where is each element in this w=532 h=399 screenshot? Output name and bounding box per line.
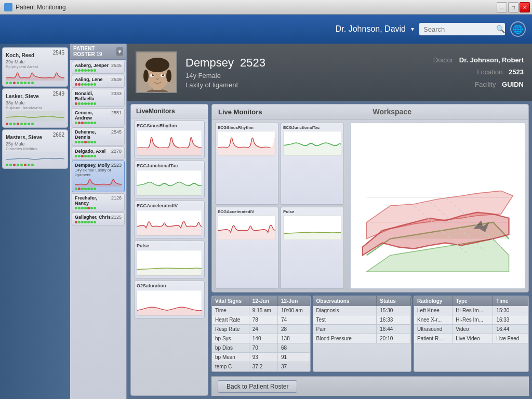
col-vital-date1: 12-Jun xyxy=(249,296,277,306)
status-dots xyxy=(6,82,64,84)
live-monitors-grid-header: Live Monitors Workspace xyxy=(212,104,528,119)
patient-id: 2549 xyxy=(53,91,64,97)
monitor-chart xyxy=(137,170,202,196)
monitor-item-pulse[interactable]: Pulse xyxy=(134,241,205,278)
vital-val2: 10:00 am xyxy=(278,306,310,315)
table-row: Pain 16:44 xyxy=(313,325,411,334)
roster-patient-6[interactable]: 2278 Delgado, Axel xyxy=(72,147,125,159)
observations-table: Observations Status Diagnosis 15:30 xyxy=(313,296,412,372)
rad-type: Hi-Res Im... xyxy=(453,306,493,315)
obs-label: Test xyxy=(313,315,377,325)
minimize-button[interactable]: – xyxy=(497,2,507,12)
patient-condition: Rupture, hand/wrist xyxy=(6,105,64,110)
patient-id: 2523 xyxy=(240,56,265,70)
grid-monitor-chart xyxy=(218,215,276,240)
patient-photo xyxy=(136,51,177,93)
table-row: bp Sys 140 138 xyxy=(212,334,310,343)
col-rad-time: Time xyxy=(493,296,528,306)
roster-scroll-btn[interactable]: ▼ xyxy=(116,47,123,56)
sidebar-patient-2[interactable]: 2549 Lasker, Steve 38y Male Rupture, han… xyxy=(2,88,68,128)
roster-patient-2[interactable]: 2549 Aaling, Lene xyxy=(72,75,125,88)
roster-patient-3[interactable]: 2333 Bonaldi, Raffaella xyxy=(72,89,125,107)
patient-first-name: Dempsey xyxy=(185,56,234,70)
patient-age-gender: 29y Male xyxy=(6,59,64,64)
status-dots xyxy=(6,123,64,125)
table-row: Patient R... Live Video Live Feed xyxy=(414,334,528,343)
rad-label: Patient R... xyxy=(414,334,453,343)
roster-patient-7[interactable]: 2523 Dempsey, Molly 14y Femal Laxity of … xyxy=(72,161,125,192)
close-button[interactable]: ✕ xyxy=(520,2,530,12)
roster-patient-8[interactable]: 2126 Freehafer, Nancy xyxy=(72,193,125,211)
patient-info: 25y Male xyxy=(6,141,64,147)
content-area: LiveMonitors ECGSinusRhythm ECGJunctiona xyxy=(127,101,532,399)
doctor-value: Dr. Johnson, Robert xyxy=(459,56,524,64)
monitor-item-ecg-junctional[interactable]: ECGJunctionalTac xyxy=(134,161,205,198)
vital-label: Resp Rate xyxy=(212,325,249,334)
col-obs-label: Observations xyxy=(313,296,377,306)
search-input[interactable] xyxy=(423,25,496,33)
patient-info: 38y Male xyxy=(6,100,64,105)
grid-monitor-pulse[interactable]: Pulse xyxy=(281,207,344,289)
rad-label: Ultrasound xyxy=(414,325,453,334)
live-monitors-panel: LiveMonitors ECGSinusRhythm ECGJunctiona xyxy=(130,104,208,396)
grid-monitor-ecg-accelerated[interactable]: ECGAcceleratedIV xyxy=(215,207,278,289)
table-row: Left Knee Hi-Res Im... 15:30 xyxy=(414,306,528,315)
monitor-chart xyxy=(137,130,202,156)
app-icon xyxy=(4,3,12,11)
table-row: bp Dias 70 68 xyxy=(212,343,310,353)
grid-monitor-chart xyxy=(283,131,341,156)
roster-title: PATIENT ROSTER 19 xyxy=(73,46,116,57)
back-to-roster-button[interactable]: Back to Patient Roster xyxy=(218,380,297,393)
svg-point-11 xyxy=(152,74,154,76)
roster-header: PATIENT ROSTER 19 ▼ xyxy=(70,44,126,60)
monitor-chart xyxy=(137,290,202,316)
table-row: Heart Rate 78 74 xyxy=(212,315,310,325)
col-obs-status: Status xyxy=(377,296,411,306)
monitor-chart xyxy=(137,210,202,236)
table-row: temp C 37.2 37 xyxy=(212,362,310,371)
dropdown-icon[interactable]: ▾ xyxy=(411,25,414,33)
obs-label: Diagnosis xyxy=(313,306,377,315)
location-value: 2523 xyxy=(509,68,524,76)
roster-patient-1[interactable]: 2545 Aaberg, Jesper xyxy=(72,61,125,74)
monitor-grid: ECGSinusRhythm xyxy=(212,119,347,292)
workspace-label: Workspace xyxy=(262,108,522,116)
radiology-table: Radiology Type Time Left Knee Hi-Res Im.… xyxy=(414,296,529,372)
vital-val1: 37.2 xyxy=(249,362,277,371)
mini-chart xyxy=(6,152,64,163)
roster-patient-4[interactable]: 2551 Cencini, Andrew xyxy=(72,108,125,126)
rad-time: 16:33 xyxy=(493,315,528,325)
roster-patient-5[interactable]: 2545 Dehenne, Dennis xyxy=(72,127,125,145)
table-row: Test 16:33 xyxy=(313,315,411,325)
rad-time: 15:30 xyxy=(493,306,528,315)
bottom-tables: Vital Signs 12-Jun 12-Jun Time 9:15 am 1… xyxy=(211,296,529,373)
globe-button[interactable]: 🌐 xyxy=(510,21,526,37)
vital-label: bp Mean xyxy=(212,353,249,362)
vital-val1: 24 xyxy=(249,325,277,334)
doctor-label: Doctor xyxy=(433,56,453,64)
vital-signs-data: Vital Signs 12-Jun 12-Jun Time 9:15 am 1… xyxy=(212,296,310,371)
search-icon: 🔍 xyxy=(496,25,505,33)
svg-rect-1 xyxy=(6,152,64,163)
vital-val2: 138 xyxy=(278,334,310,343)
maximize-button[interactable]: □ xyxy=(508,2,518,12)
patient-meta: Doctor Dr. Johnson, Robert Location 2523… xyxy=(433,54,524,90)
main-area: 2545 Koch, Reed 29y Male Epiphyseal Arre… xyxy=(0,44,532,399)
rad-time: 16:44 xyxy=(493,325,528,334)
table-row: bp Mean 93 91 xyxy=(212,353,310,362)
grid-monitor-ecg-junctional[interactable]: ECGJunctionalTac xyxy=(281,123,344,205)
monitor-item-ecg-accelerated[interactable]: ECGAcceleratedIV xyxy=(134,201,205,238)
facility-value: GUIDN xyxy=(502,81,524,88)
monitor-item-o2-saturation[interactable]: O2Saturation xyxy=(134,281,205,318)
monitor-title: ECGSinusRhythm xyxy=(137,123,202,128)
mini-ecg-chart xyxy=(6,70,64,81)
grid-monitor-title: ECGJunctionalTac xyxy=(283,125,341,130)
monitor-item-ecg-sinus[interactable]: ECGSinusRhythm xyxy=(134,121,205,158)
obs-status: 20:10 xyxy=(377,334,411,343)
obs-label: Blood Pressure xyxy=(313,334,377,343)
patient-info-header: Dempsey 2523 14y Female Laxity of ligame… xyxy=(127,44,532,101)
grid-monitor-ecg-sinus[interactable]: ECGSinusRhythm xyxy=(215,123,278,205)
roster-patient-9[interactable]: 2125 Gallagher, Chris xyxy=(72,212,125,225)
sidebar-patient-3[interactable]: 2662 Masters, Steve 25y Male Diabetes Me… xyxy=(2,129,68,169)
sidebar-patient-1[interactable]: 2545 Koch, Reed 29y Male Epiphyseal Arre… xyxy=(2,47,68,87)
